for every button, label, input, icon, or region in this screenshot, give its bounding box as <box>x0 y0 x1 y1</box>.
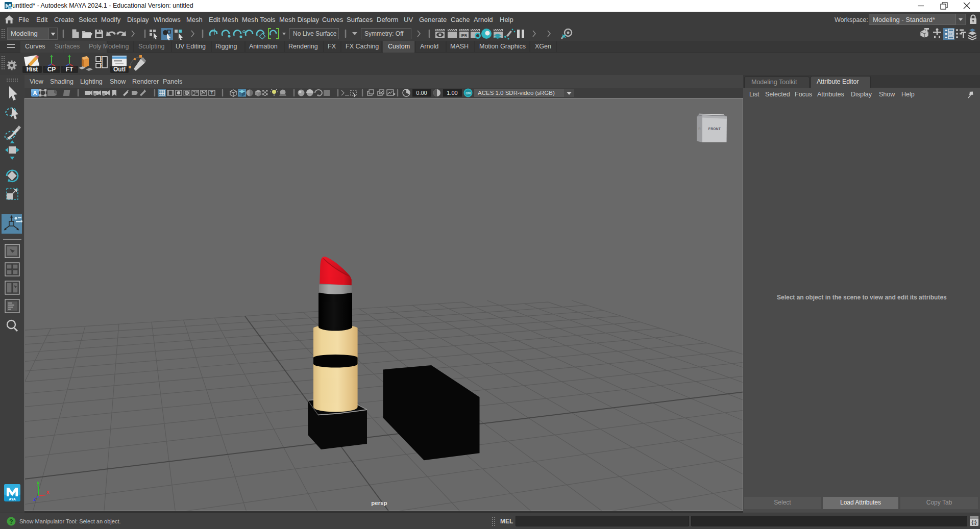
svg-text:Hist: Hist <box>27 66 38 73</box>
svg-text:y: y <box>37 480 40 486</box>
svg-text:persp: persp <box>371 500 387 506</box>
svg-text:A: A <box>33 90 37 96</box>
svg-text:{;}: {;} <box>971 520 976 525</box>
svg-text:IPR: IPR <box>461 33 468 38</box>
svg-text:CP: CP <box>47 66 56 73</box>
svg-text:1.00: 1.00 <box>447 90 457 96</box>
svg-text:ON: ON <box>465 91 471 95</box>
svg-text:x: x <box>46 489 50 495</box>
svg-text:AYA: AYA <box>9 497 16 501</box>
svg-text:ACES 1.0 SDR-video (sRGB): ACES 1.0 SDR-video (sRGB) <box>478 90 555 96</box>
svg-text:AVA: AVA <box>8 7 12 9</box>
svg-text:?: ? <box>9 518 13 525</box>
svg-text:0.00: 0.00 <box>416 90 427 96</box>
svg-text:FRONT: FRONT <box>708 127 721 131</box>
svg-text:Outl: Outl <box>113 66 126 73</box>
svg-text:z: z <box>33 496 36 502</box>
svg-text:R: R <box>698 127 701 130</box>
svg-text:T: T <box>210 90 213 95</box>
svg-text:FT: FT <box>66 66 74 73</box>
